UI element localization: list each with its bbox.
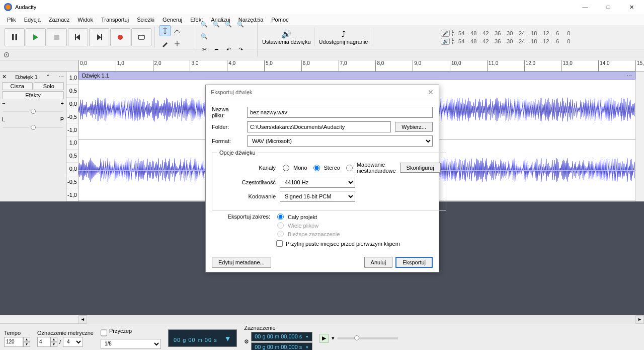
dialog-titlebar[interactable]: Eksportuj dźwięk ✕ — [206, 85, 439, 99]
menu-pomoc[interactable]: Pomoc — [267, 16, 292, 24]
sig-den-select[interactable]: 4 — [63, 337, 83, 347]
app-title: Audacity — [15, 4, 574, 10]
play-at-speed-button[interactable]: ▶ — [319, 334, 329, 343]
selection-end[interactable]: 00 g 00 m 00,000 s ▾ — [251, 342, 312, 351]
speaker-icon[interactable]: 🔊 — [441, 38, 450, 45]
menu-sciezki[interactable]: Ścieżki — [133, 16, 158, 24]
undo-icon[interactable]: ↶ — [223, 44, 234, 55]
effects-button[interactable]: Efekty — [2, 91, 64, 99]
rate-select[interactable]: 44100 Hz — [280, 177, 355, 188]
trim-label: Przytnij puste miejsce przed pierwszym k… — [286, 241, 400, 247]
tempo-label: Tempo — [4, 330, 30, 336]
zoom-fit-icon[interactable]: 🔍 — [235, 19, 246, 30]
snap-checkbox[interactable] — [101, 328, 107, 338]
solo-button[interactable]: Solo — [34, 82, 64, 90]
timeline-ruler[interactable]: 0,01,02,03,04,05,06,07,08,09,010,011,012… — [78, 60, 644, 72]
vscrollbar[interactable] — [635, 72, 644, 201]
timesig-label: Oznaczenie metryczne — [37, 330, 94, 336]
export-dialog: Eksportuj dźwięk ✕ Nazwa pliku: Folder: … — [205, 85, 439, 272]
gain-slider[interactable] — [3, 108, 63, 114]
mic-icon[interactable]: 🎤 — [441, 30, 450, 37]
loop-button[interactable] — [131, 28, 151, 46]
skip-end-button[interactable] — [89, 28, 109, 46]
audio-setup-icon[interactable]: 🔊 — [281, 29, 291, 39]
svg-rect-1 — [16, 34, 18, 40]
clip-menu-icon[interactable]: ⋯ — [626, 73, 632, 79]
meters-group: 🎤 LP -54-48-42-36-30-24-18-12-60 🔊 LP -5… — [374, 28, 640, 46]
track-menu-icon[interactable]: ⋯ — [58, 74, 64, 80]
sig-num-input[interactable] — [37, 337, 50, 347]
svg-point-5 — [118, 35, 123, 40]
mute-button[interactable]: Cisza — [2, 82, 33, 90]
envelope-tool-icon[interactable] — [172, 25, 183, 36]
folder-input[interactable] — [247, 121, 391, 132]
menu-transportuj[interactable]: Transportuj — [97, 16, 133, 24]
close-button[interactable]: ✕ — [620, 0, 643, 14]
browse-button[interactable]: Wybierz... — [395, 122, 433, 132]
menu-edycja[interactable]: Edycja — [20, 16, 45, 24]
selection-tool-icon[interactable] — [159, 25, 171, 36]
cancel-button[interactable]: Anuluj — [364, 257, 393, 268]
pause-button[interactable] — [5, 28, 25, 46]
multi-tool-icon[interactable] — [172, 38, 183, 49]
maximize-button[interactable]: □ — [597, 0, 620, 14]
export-button[interactable]: Eksportuj — [395, 257, 433, 268]
track-name[interactable]: Dźwięk 1 — [15, 74, 38, 80]
clip-header[interactable]: Dźwięk 1.1 ⋯ — [78, 72, 635, 80]
trim-checkbox[interactable] — [276, 240, 283, 247]
snap-select[interactable]: 1/8 — [101, 339, 161, 349]
snap-label: Przyczep — [109, 328, 132, 338]
pan-slider[interactable] — [3, 124, 63, 130]
minimize-button[interactable]: ― — [574, 0, 597, 14]
rec-meter-scale[interactable]: -54-48-42-36-30-24-18-12-60 — [456, 30, 572, 36]
range-all-radio[interactable] — [277, 214, 284, 220]
draw-tool-icon[interactable] — [159, 38, 171, 49]
share-group: ⤴ Udostępnij nagranie — [317, 28, 372, 46]
trim-icon[interactable]: ✂ — [199, 44, 210, 55]
configure-button[interactable]: Skonfiguruj — [400, 163, 441, 173]
silence-icon[interactable]: ━ — [211, 44, 222, 55]
play-meter-LP: LP — [452, 38, 454, 45]
rate-label: Częstotliwość — [217, 179, 276, 185]
custom-map-radio[interactable] — [346, 165, 353, 171]
selection-start[interactable]: 00 g 00 m 00,000 s ▾ — [251, 332, 312, 341]
track-close-icon[interactable]: ✕ — [2, 74, 7, 80]
zoom-out-icon[interactable]: 🔍 — [211, 19, 222, 30]
skip-start-button[interactable] — [68, 28, 88, 46]
dialog-close-icon[interactable]: ✕ — [428, 88, 434, 96]
share-label[interactable]: Udostępnij nagranie — [319, 39, 368, 45]
menu-widok[interactable]: Widok — [73, 16, 97, 24]
format-label: Format: — [212, 138, 243, 144]
stereo-radio[interactable] — [313, 165, 320, 171]
edit-metadata-button[interactable]: Edytuj metadane... — [212, 257, 271, 268]
track-collapse-icon[interactable]: ⌃ — [46, 74, 50, 80]
svg-rect-2 — [54, 35, 59, 40]
playback-speed-slider[interactable] — [338, 337, 398, 339]
time-display[interactable]: 00 g 00 m 00 s ▾ — [168, 329, 237, 347]
encoding-select[interactable]: Signed 16-bit PCM — [280, 191, 355, 202]
tempo-input[interactable] — [4, 337, 23, 347]
scroll-left-icon[interactable]: ◄ — [78, 315, 87, 324]
menu-generuj[interactable]: Generuj — [158, 16, 186, 24]
menu-zaznacz[interactable]: Zaznacz — [45, 16, 74, 24]
zoom-sel-icon[interactable]: 🔍 — [223, 19, 234, 30]
menu-plik[interactable]: Plik — [3, 16, 20, 24]
record-button[interactable] — [110, 28, 130, 46]
mono-radio[interactable] — [283, 165, 289, 171]
share-icon[interactable]: ⤴ — [342, 30, 346, 39]
format-select[interactable]: WAV (Microsoft) — [247, 135, 433, 147]
selection-gear-icon[interactable]: ⚙ — [244, 338, 249, 345]
zoom-toggle-icon[interactable]: 🔍 — [199, 31, 210, 42]
scroll-right-icon[interactable]: ► — [635, 315, 644, 324]
zoom-in-icon[interactable]: 🔍 — [199, 19, 210, 30]
stop-button[interactable] — [47, 28, 67, 46]
redo-icon[interactable]: ↷ — [235, 44, 246, 55]
audio-setup-label[interactable]: Ustawienia dźwięku — [262, 39, 311, 45]
play-button[interactable] — [26, 28, 46, 46]
play-meter-scale[interactable]: -54-48-42-36-30-24-18-12-60 — [456, 38, 572, 44]
menubar: Plik Edycja Zaznacz Widok Transportuj Śc… — [0, 14, 644, 25]
filename-label: Nazwa pliku: — [212, 106, 243, 118]
gear-icon[interactable] — [3, 51, 10, 58]
hscrollbar[interactable]: ◄ ► — [0, 315, 644, 323]
filename-input[interactable] — [247, 107, 433, 118]
